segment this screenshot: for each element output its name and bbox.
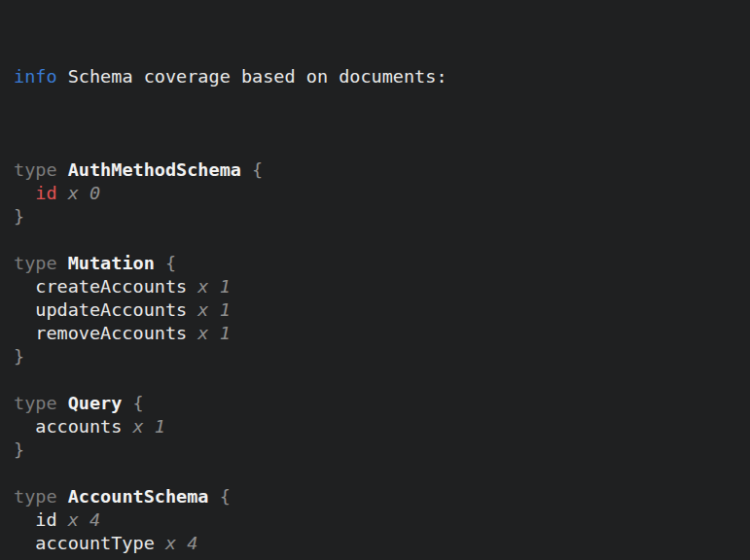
count-value: 0: [89, 183, 100, 203]
field-row: accounts x 1: [14, 415, 740, 438]
open-brace: {: [133, 393, 144, 413]
field-row: accountType x 4: [14, 532, 740, 555]
coverage-blocks: type AuthMethodSchema {id x 0}type Mutat…: [14, 158, 740, 560]
count-prefix: x: [68, 183, 79, 203]
open-brace: {: [220, 486, 231, 507]
field-usage-count: x 4: [68, 509, 100, 530]
field-row: createAccounts x 1: [14, 275, 740, 298]
type-block: type AuthMethodSchema {id x 0}: [14, 158, 740, 228]
type-name: AuthMethodSchema: [68, 159, 241, 180]
type-block: type AccountSchema {id x 4accountType x …: [14, 485, 740, 560]
field-usage-count: x 1: [197, 276, 230, 297]
field-name: accounts: [35, 416, 122, 437]
type-header-line: type AuthMethodSchema {: [14, 158, 740, 182]
type-keyword: type: [14, 253, 57, 273]
count-prefix: x: [165, 556, 176, 560]
type-close-line: }: [14, 205, 740, 228]
open-brace: {: [252, 159, 263, 180]
type-name: Mutation: [68, 253, 155, 273]
type-header-line: type Query {: [14, 392, 740, 415]
count-value: 1: [220, 323, 231, 343]
field-row: removeAccounts x 1: [14, 322, 740, 345]
field-usage-count: x 4: [165, 533, 197, 553]
close-brace: }: [14, 439, 24, 460]
field-name: id: [35, 509, 56, 530]
coverage-header-message: Schema coverage based on documents:: [68, 66, 447, 87]
type-name: Query: [68, 393, 123, 413]
type-close-line: }: [14, 345, 740, 368]
type-header-line: type AccountSchema {: [14, 485, 740, 508]
log-level-info-badge: info: [14, 66, 57, 87]
count-prefix: x: [68, 509, 79, 530]
field-usage-count: x 1: [197, 323, 230, 343]
field-usage-count: x 1: [197, 299, 230, 320]
field-row: accountName x 4: [14, 555, 740, 560]
field-row: updateAccounts x 1: [14, 298, 740, 322]
count-prefix: x: [133, 416, 144, 437]
count-value: 1: [155, 416, 165, 437]
type-keyword: type: [14, 393, 57, 413]
count-prefix: x: [197, 323, 208, 343]
field-row: id x 0: [14, 182, 740, 205]
count-value: 4: [187, 556, 197, 560]
field-name: updateAccounts: [35, 299, 187, 320]
field-usage-count: x 4: [165, 556, 197, 560]
open-brace: {: [165, 253, 176, 273]
type-keyword: type: [14, 159, 57, 180]
close-brace: }: [14, 206, 24, 227]
count-prefix: x: [197, 276, 208, 297]
count-value: 1: [220, 299, 231, 320]
type-keyword: type: [14, 486, 57, 507]
count-prefix: x: [165, 533, 176, 553]
close-brace: }: [14, 346, 24, 367]
field-row: id x 4: [14, 508, 740, 532]
type-name: AccountSchema: [68, 486, 209, 507]
terminal-output[interactable]: info Schema coverage based on documents:…: [0, 0, 750, 560]
field-name: accountType: [35, 533, 155, 553]
field-name-uncovered: id: [35, 183, 56, 203]
field-usage-count: x 0: [68, 183, 100, 203]
count-prefix: x: [197, 299, 208, 320]
count-value: 1: [220, 276, 231, 297]
type-header-line: type Mutation {: [14, 252, 740, 275]
field-name: removeAccounts: [35, 323, 187, 343]
coverage-header-line: info Schema coverage based on documents:: [14, 65, 740, 88]
count-value: 4: [187, 533, 197, 553]
type-block: type Mutation {createAccounts x 1updateA…: [14, 252, 740, 368]
field-name: accountName: [35, 556, 155, 560]
field-name: createAccounts: [35, 276, 187, 297]
type-close-line: }: [14, 438, 740, 462]
type-block: type Query {accounts x 1}: [14, 392, 740, 462]
field-usage-count: x 1: [133, 416, 165, 437]
count-value: 4: [89, 509, 100, 530]
